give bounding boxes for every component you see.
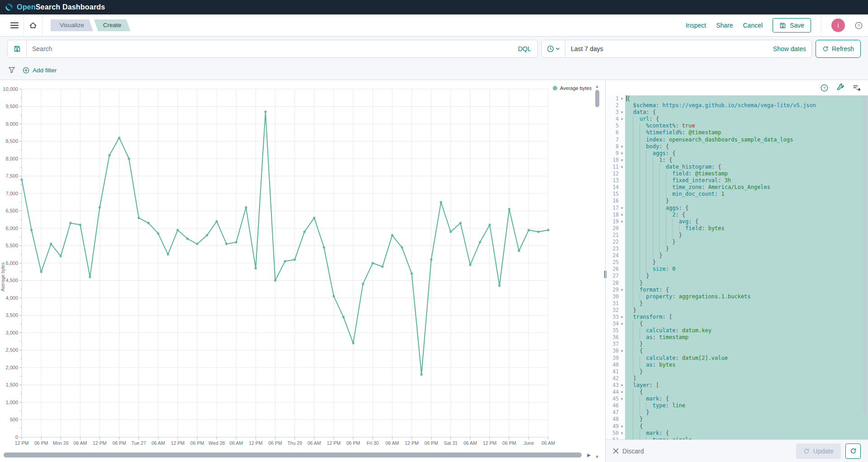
plus-circle-icon <box>23 67 29 74</box>
svg-text:06 PM: 06 PM <box>346 440 360 446</box>
code-line: 8▼body: { <box>606 143 868 150</box>
update-button[interactable]: Update <box>796 443 841 459</box>
svg-text:June: June <box>523 440 534 446</box>
code-line: 20field: bytes <box>606 225 868 232</box>
code-line: 2$schema: https://vega.github.io/schema/… <box>606 102 868 109</box>
svg-text:8,500: 8,500 <box>5 138 18 144</box>
code-line: 4▼url: { <box>606 116 868 123</box>
chart-horizontal-scrollbar[interactable] <box>4 453 582 457</box>
fold-arrow-icon[interactable]: ▼ <box>619 389 625 396</box>
fold-arrow-icon[interactable]: ▼ <box>619 287 625 293</box>
hamburger-icon <box>10 22 19 28</box>
inspect-button[interactable]: Inspect <box>686 22 706 29</box>
refresh-button[interactable]: Refresh <box>816 40 861 58</box>
code-line: 1▼{ <box>606 95 868 102</box>
fold-arrow-icon[interactable]: ▼ <box>619 314 625 321</box>
avatar[interactable]: i <box>831 19 845 32</box>
vega-help-button[interactable]: ? <box>821 84 828 92</box>
code-line: 22} <box>606 239 868 245</box>
svg-text:500: 500 <box>10 417 18 422</box>
code-line: 26size: 0 <box>606 266 868 273</box>
svg-text:Mon 26: Mon 26 <box>53 440 69 446</box>
editor-scrollbar[interactable] <box>863 97 867 414</box>
nav-actions: Inspect Share Cancel Save i ? <box>686 14 863 36</box>
code-line: 46type: line <box>606 402 868 409</box>
code-line: 19▼avg: { <box>606 218 868 225</box>
main-content: 05001,0001,5002,0002,5003,0003,5004,0004… <box>0 80 868 462</box>
chevron-down-icon <box>555 47 560 51</box>
panel-resize-handle[interactable] <box>603 271 607 279</box>
chart-scroll-up-icon[interactable]: ▲ <box>595 84 599 89</box>
fold-arrow-icon[interactable]: ▼ <box>619 150 625 157</box>
svg-text:?: ? <box>858 23 860 28</box>
svg-text:06 AM: 06 AM <box>229 440 243 446</box>
vega-editor-panel: ? 1▼{2$schema: https://vega.github.io/sc… <box>605 80 868 462</box>
show-dates-button[interactable]: Show dates <box>768 45 811 52</box>
fold-arrow-icon[interactable]: ▼ <box>619 205 625 212</box>
svg-text:06 AM: 06 AM <box>73 440 87 446</box>
time-range-value[interactable]: Last 7 days <box>565 45 603 52</box>
svg-text:06 AM: 06 AM <box>308 440 321 446</box>
fold-arrow-icon[interactable]: ▼ <box>619 143 625 150</box>
query-language-button[interactable]: DQL <box>512 45 537 52</box>
saved-query-button[interactable] <box>8 40 27 57</box>
save-icon <box>779 22 786 29</box>
code-line: 47} <box>606 409 868 416</box>
save-button[interactable]: Save <box>773 18 811 33</box>
code-line: 38▼{ <box>606 348 868 354</box>
code-line: 42] <box>606 375 868 382</box>
code-line: 37} <box>606 341 868 348</box>
legend-label: Average bytes <box>560 85 592 91</box>
svg-text:Thu 29: Thu 29 <box>287 440 302 446</box>
code-line: 39calculate: datum[2].value <box>606 355 868 362</box>
chart-scroll-right-icon[interactable]: ▶ <box>587 453 591 457</box>
chart-scroll-down-icon[interactable]: ▼ <box>595 454 599 459</box>
share-button[interactable]: Share <box>716 22 733 29</box>
fold-arrow-icon[interactable]: ▼ <box>619 164 625 170</box>
fold-arrow-icon[interactable]: ▼ <box>619 423 625 430</box>
code-line: 44▼{ <box>606 389 868 396</box>
svg-text:2,500: 2,500 <box>5 347 18 353</box>
fold-arrow-icon[interactable]: ▼ <box>619 109 625 116</box>
fold-arrow-icon[interactable]: ▼ <box>619 430 625 437</box>
code-line: 32} <box>606 307 868 314</box>
svg-text:12 PM: 12 PM <box>483 440 496 446</box>
auto-refresh-button[interactable] <box>845 443 861 459</box>
svg-text:2,000: 2,000 <box>5 365 18 370</box>
quick-select-button[interactable] <box>542 40 565 57</box>
breadcrumb-visualize[interactable]: Visualize <box>51 19 93 31</box>
search-input[interactable] <box>27 45 512 52</box>
code-editor[interactable]: 1▼{2$schema: https://vega.github.io/sche… <box>606 95 868 439</box>
discard-button[interactable]: Discard <box>613 448 644 455</box>
home-button[interactable] <box>24 14 42 36</box>
fold-arrow-icon[interactable]: ▼ <box>619 382 625 389</box>
add-filter-button[interactable]: Add filter <box>23 67 57 74</box>
code-line: 30property: aggregations.1.buckets <box>606 293 868 300</box>
code-line: 27} <box>606 273 868 279</box>
chart-legend[interactable]: Average bytes <box>553 85 592 91</box>
cancel-button[interactable]: Cancel <box>743 22 763 29</box>
settings-button[interactable] <box>836 84 844 92</box>
fold-arrow-icon[interactable]: ▼ <box>619 95 625 102</box>
help-button[interactable]: ? <box>855 22 863 29</box>
filter-funnel-icon[interactable] <box>8 66 15 74</box>
menu-button[interactable] <box>5 14 24 36</box>
fold-arrow-icon[interactable]: ▼ <box>619 157 625 164</box>
svg-text:12 PM: 12 PM <box>327 440 341 446</box>
chart-vertical-scrollbar[interactable] <box>595 90 599 107</box>
svg-text:06 PM: 06 PM <box>424 440 438 446</box>
svg-text:7,000: 7,000 <box>5 191 18 196</box>
fold-arrow-icon[interactable]: ▼ <box>619 218 625 225</box>
collapse-editor-button[interactable] <box>853 84 861 91</box>
svg-text:Wed 28: Wed 28 <box>209 440 225 446</box>
fold-arrow-icon[interactable]: ▼ <box>619 116 625 123</box>
fold-arrow-icon[interactable]: ▼ <box>619 212 625 218</box>
fold-arrow-icon[interactable]: ▼ <box>619 321 625 327</box>
svg-text:12 PM: 12 PM <box>93 440 106 446</box>
svg-text:8,000: 8,000 <box>5 156 18 161</box>
svg-text:6,500: 6,500 <box>5 208 18 213</box>
code-line: 23} <box>606 245 868 252</box>
fold-arrow-icon[interactable]: ▼ <box>619 348 625 354</box>
fold-arrow-icon[interactable]: ▼ <box>619 396 625 402</box>
wrench-icon <box>836 84 844 92</box>
